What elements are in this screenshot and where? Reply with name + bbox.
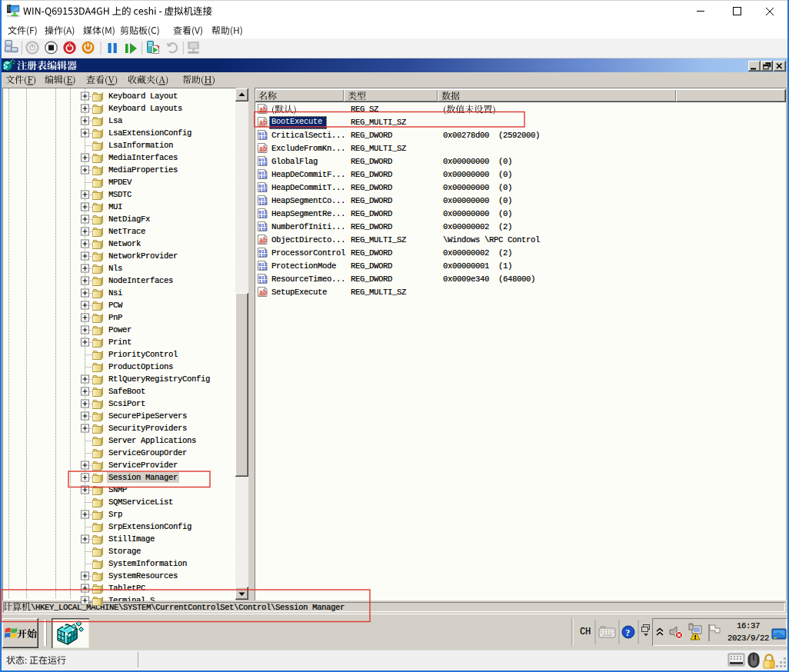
svg-text:110: 110: [258, 135, 267, 141]
svg-text:ab: ab: [259, 145, 267, 153]
svg-text:ab: ab: [259, 106, 267, 114]
svg-text:110: 110: [258, 188, 267, 193]
svg-text:ab: ab: [259, 237, 267, 245]
svg-text:110: 110: [258, 214, 267, 219]
svg-text:ab: ab: [259, 289, 267, 297]
svg-text:110: 110: [258, 201, 267, 206]
svg-text:110: 110: [258, 266, 267, 271]
svg-text:ab: ab: [259, 119, 267, 127]
svg-text:110: 110: [258, 175, 267, 180]
svg-text:?: ?: [625, 627, 630, 638]
svg-text:110: 110: [258, 161, 267, 167]
svg-text:110: 110: [258, 227, 267, 232]
svg-text:110: 110: [258, 253, 267, 258]
svg-text:110: 110: [258, 279, 267, 284]
